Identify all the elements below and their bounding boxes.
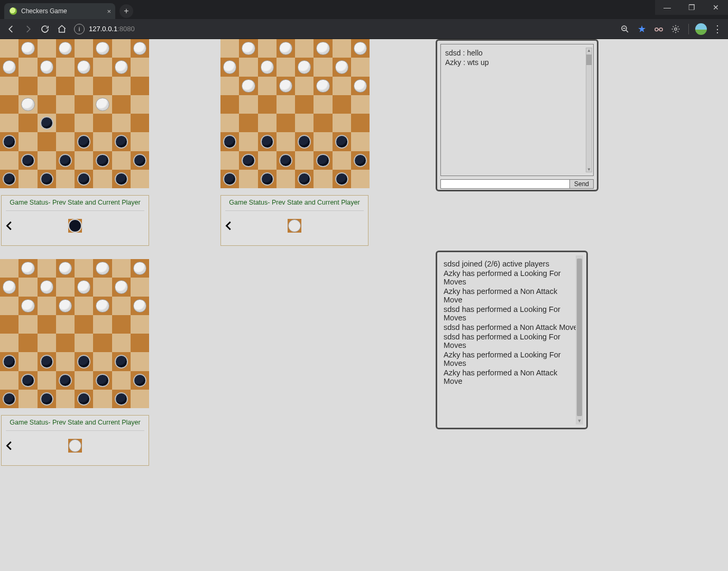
board-square[interactable] xyxy=(75,315,93,334)
board-square[interactable] xyxy=(19,297,37,315)
black-piece[interactable] xyxy=(298,135,311,148)
prev-state-button[interactable] xyxy=(2,440,17,452)
board-square[interactable] xyxy=(112,390,131,408)
board-square[interactable] xyxy=(351,132,370,151)
board-square[interactable] xyxy=(19,39,37,58)
white-piece[interactable] xyxy=(40,60,53,73)
board-square[interactable] xyxy=(258,39,277,58)
board-square[interactable] xyxy=(258,132,277,151)
black-piece[interactable] xyxy=(261,172,274,186)
board-square[interactable] xyxy=(38,95,56,114)
board-square[interactable] xyxy=(333,39,351,58)
nav-back-button[interactable] xyxy=(4,22,18,36)
black-piece[interactable] xyxy=(21,374,34,387)
white-piece[interactable] xyxy=(133,262,146,275)
board-square[interactable] xyxy=(38,114,56,132)
checkers-board[interactable] xyxy=(0,259,149,408)
black-piece[interactable] xyxy=(242,154,255,167)
white-piece[interactable] xyxy=(279,79,292,93)
black-piece[interactable] xyxy=(96,154,109,167)
board-square[interactable] xyxy=(75,278,93,296)
board-square[interactable] xyxy=(93,297,112,315)
board-square[interactable] xyxy=(56,278,75,296)
board-square[interactable] xyxy=(38,58,56,76)
board-square[interactable] xyxy=(0,95,19,114)
white-piece[interactable] xyxy=(115,280,128,293)
board-square[interactable] xyxy=(314,39,332,58)
nav-forward-button[interactable] xyxy=(21,22,35,36)
site-info-icon[interactable]: i xyxy=(74,24,85,34)
log-scrollbar[interactable]: ▼ xyxy=(576,255,583,425)
board-square[interactable] xyxy=(258,58,277,76)
chat-input[interactable] xyxy=(441,180,569,188)
white-piece[interactable] xyxy=(354,42,367,55)
board-square[interactable] xyxy=(56,77,75,95)
black-piece[interactable] xyxy=(133,374,146,387)
board-square[interactable] xyxy=(314,170,332,188)
board-square[interactable] xyxy=(131,390,149,408)
board-square[interactable] xyxy=(19,151,37,170)
window-minimize-button[interactable]: — xyxy=(655,0,679,15)
board-square[interactable] xyxy=(93,77,112,95)
board-square[interactable] xyxy=(333,58,351,76)
board-square[interactable] xyxy=(19,315,37,334)
board-square[interactable] xyxy=(0,352,19,371)
settings-gear-icon[interactable] xyxy=(669,23,682,35)
board-square[interactable] xyxy=(38,315,56,334)
window-close-button[interactable]: ✕ xyxy=(704,0,728,15)
black-piece[interactable] xyxy=(3,392,16,406)
tab-close-icon[interactable]: × xyxy=(107,7,111,15)
board-square[interactable] xyxy=(56,58,75,76)
board-square[interactable] xyxy=(38,278,56,296)
board-square[interactable] xyxy=(112,259,131,278)
board-square[interactable] xyxy=(239,151,257,170)
black-piece[interactable] xyxy=(77,172,90,186)
board-square[interactable] xyxy=(75,151,93,170)
board-square[interactable] xyxy=(295,77,314,95)
white-piece[interactable] xyxy=(96,299,109,312)
board-square[interactable] xyxy=(131,39,149,58)
board-square[interactable] xyxy=(295,95,314,114)
board-square[interactable] xyxy=(239,39,257,58)
white-piece[interactable] xyxy=(115,60,128,73)
board-square[interactable] xyxy=(56,334,75,352)
board-square[interactable] xyxy=(277,132,295,151)
board-square[interactable] xyxy=(239,95,257,114)
board-square[interactable] xyxy=(258,151,277,170)
board-square[interactable] xyxy=(351,151,370,170)
board-square[interactable] xyxy=(131,278,149,296)
board-square[interactable] xyxy=(75,132,93,151)
board-square[interactable] xyxy=(277,58,295,76)
white-piece[interactable] xyxy=(96,98,109,111)
white-piece[interactable] xyxy=(316,79,329,93)
board-square[interactable] xyxy=(75,77,93,95)
board-square[interactable] xyxy=(314,58,332,76)
board-square[interactable] xyxy=(38,297,56,315)
white-piece[interactable] xyxy=(59,299,72,312)
white-piece[interactable] xyxy=(3,280,16,293)
board-square[interactable] xyxy=(220,151,239,170)
board-square[interactable] xyxy=(295,39,314,58)
board-square[interactable] xyxy=(93,352,112,371)
board-square[interactable] xyxy=(131,77,149,95)
black-piece[interactable] xyxy=(115,355,128,368)
board-square[interactable] xyxy=(38,132,56,151)
board-square[interactable] xyxy=(333,95,351,114)
prev-state-button[interactable] xyxy=(221,220,237,232)
black-piece[interactable] xyxy=(298,172,311,186)
white-piece[interactable] xyxy=(96,262,109,275)
nav-home-button[interactable] xyxy=(55,22,69,36)
board-square[interactable] xyxy=(19,95,37,114)
board-square[interactable] xyxy=(93,278,112,296)
board-square[interactable] xyxy=(0,259,19,278)
board-square[interactable] xyxy=(277,39,295,58)
board-square[interactable] xyxy=(93,114,112,132)
board-square[interactable] xyxy=(38,390,56,408)
board-square[interactable] xyxy=(38,259,56,278)
board-square[interactable] xyxy=(56,259,75,278)
board-square[interactable] xyxy=(131,371,149,390)
board-square[interactable] xyxy=(295,151,314,170)
board-square[interactable] xyxy=(131,297,149,315)
board-square[interactable] xyxy=(258,95,277,114)
white-piece[interactable] xyxy=(133,299,146,312)
